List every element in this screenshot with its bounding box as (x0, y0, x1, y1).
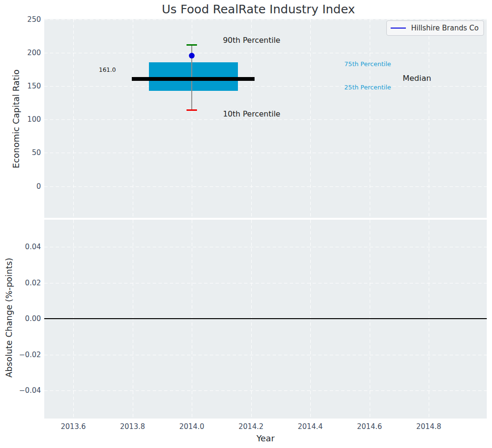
x-axis-label: Year (44, 433, 487, 443)
legend-label: Hillshire Brands Co (411, 24, 479, 32)
gridline-horizontal (44, 390, 487, 391)
whisker-cap-lower (187, 109, 197, 111)
gridline-vertical (310, 19, 311, 218)
gridline-vertical (133, 19, 133, 218)
x-tick-label: 2014.6 (346, 422, 394, 431)
figure: Us Food RealRate Industry Index Hillshir… (0, 0, 492, 448)
gridline-horizontal (44, 119, 487, 120)
x-tick-label: 2013.6 (49, 422, 97, 431)
annotation-75th-percentile: 75th Percentile (344, 60, 391, 68)
bottom-plot-area (44, 220, 487, 419)
x-tick-label: 2014.2 (227, 422, 275, 431)
annotation-161-0: 161.0 (99, 66, 116, 74)
y-tick-label: 50 (0, 148, 41, 157)
gridline-horizontal (44, 53, 487, 53)
y-tick-label: −0.04 (0, 386, 41, 395)
x-tick-label: 2014.4 (286, 422, 334, 431)
y-tick-label: 0 (0, 182, 41, 191)
company-marker (189, 53, 195, 58)
gridline-horizontal (44, 186, 487, 187)
gridline-horizontal (44, 86, 487, 87)
y-tick-label: 0.00 (0, 314, 41, 323)
gridline-vertical (429, 19, 429, 218)
y-tick-label: 150 (0, 82, 41, 90)
y-tick-label: 200 (0, 49, 41, 57)
gridline-horizontal (44, 355, 487, 355)
y-tick-label: 0.04 (0, 243, 41, 251)
gridline-horizontal (44, 19, 487, 20)
annotation-10th-percentile: 10th Percentile (223, 109, 280, 119)
gridline-horizontal (44, 247, 487, 247)
zero-line (44, 318, 487, 319)
annotation-90th-percentile: 90th Percentile (223, 36, 280, 45)
x-tick-label: 2014.0 (168, 422, 216, 431)
gridline-horizontal (44, 153, 487, 153)
x-tick-label: 2014.8 (405, 422, 453, 431)
annotation-25th-percentile: 25th Percentile (344, 84, 391, 91)
y-tick-label: 100 (0, 115, 41, 124)
gridline-horizontal (44, 283, 487, 283)
x-tick-label: 2013.8 (109, 422, 157, 431)
legend-line-sample (391, 28, 406, 29)
y-tick-label: 0.02 (0, 279, 41, 287)
annotation-median: Median (403, 74, 431, 84)
y-tick-label: 250 (0, 15, 41, 24)
median-line (132, 77, 255, 81)
chart-title: Us Food RealRate Industry Index (44, 2, 472, 16)
whisker-cap-upper (187, 44, 197, 46)
legend: Hillshire Brands Co (386, 20, 484, 36)
gridline-vertical (370, 19, 370, 218)
top-plot-area: Hillshire Brands Co 90th Percentile10th … (44, 19, 487, 218)
gridline-vertical (73, 19, 74, 218)
y-tick-label: −0.02 (0, 351, 41, 359)
